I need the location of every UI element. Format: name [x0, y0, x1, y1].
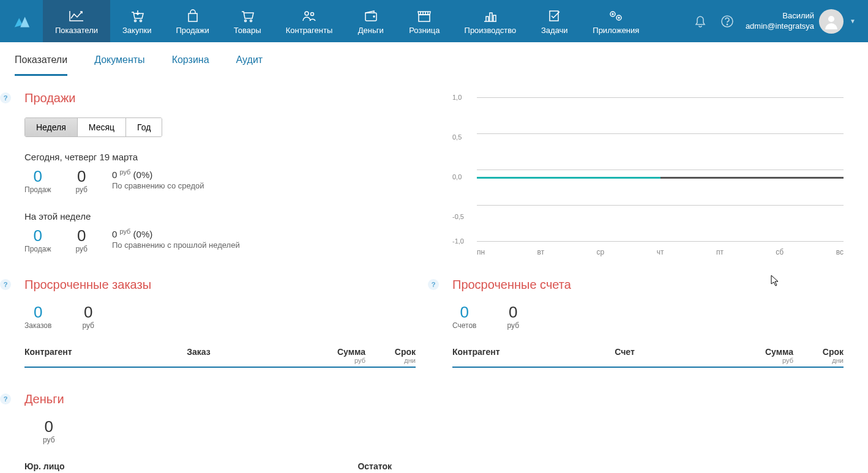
period-month[interactable]: Месяц [78, 118, 126, 136]
help-button[interactable] [714, 15, 741, 28]
subtab-trash[interactable]: Корзина [172, 54, 209, 76]
subtab-indicators[interactable]: Показатели [15, 54, 67, 76]
wallet-icon [364, 7, 378, 24]
chart-line [477, 177, 844, 178]
period-week[interactable]: Неделя [25, 118, 78, 136]
subtab-documents[interactable]: Документы [94, 54, 144, 76]
svg-point-3 [250, 20, 252, 22]
nav-production[interactable]: Производство [452, 0, 529, 42]
store-icon [417, 7, 432, 24]
checkbox-icon [548, 7, 561, 24]
week-count: 0 [24, 228, 51, 244]
subtabs: Показатели Документы Корзина Аудит [0, 42, 868, 76]
sales-section: ? Продажи Неделя Месяц Год Сегодня, четв… [24, 91, 416, 253]
svg-point-13 [828, 16, 834, 22]
nav-apps[interactable]: Приложения [580, 0, 651, 42]
chevron-down-icon: ▼ [850, 18, 856, 24]
nav-retail[interactable]: Розница [397, 0, 452, 42]
svg-point-5 [310, 13, 313, 16]
svg-point-7 [610, 12, 615, 17]
question-icon [720, 15, 734, 28]
bag-icon [186, 7, 200, 24]
bar-chart-icon [483, 7, 498, 24]
svg-point-12 [727, 24, 727, 24]
person-icon [822, 12, 840, 31]
help-sales[interactable]: ? [0, 92, 11, 103]
svg-point-1 [140, 20, 141, 22]
gears-icon [608, 7, 624, 24]
cart-icon [240, 7, 255, 24]
help-money[interactable]: ? [0, 393, 11, 404]
user-name: Василий [746, 11, 814, 21]
money-table-header: Юр. лицо Остаток [24, 461, 392, 473]
chart-line-icon [69, 7, 84, 24]
svg-point-9 [616, 15, 621, 20]
svg-point-8 [612, 13, 613, 15]
help-overdue-orders[interactable]: ? [0, 279, 11, 290]
svg-point-10 [618, 17, 619, 18]
today-count: 0 [24, 168, 51, 184]
users-icon [301, 7, 317, 24]
orders-table-header: Контрагент Заказ Суммаруб Срокдни [24, 347, 416, 368]
money-section: ? Деньги 0 руб Юр. лицо Остаток [24, 392, 416, 473]
user-menu[interactable]: Василий admin@integratsya ▼ [741, 9, 861, 34]
sales-chart: 1,0 0,5 0,0 -0,5 -1,0 пн в [452, 97, 844, 256]
overdue-invoices-section: ? Просроченные счета 0 Счетов 0 руб Конт… [452, 278, 844, 368]
nav-sales[interactable]: Продажи [163, 0, 221, 42]
nav-purchases[interactable]: Закупки [110, 0, 163, 42]
today-sum: 0 [75, 168, 88, 184]
user-email: admin@integratsya [746, 21, 814, 32]
bell-icon [694, 15, 707, 28]
today-label: Сегодня, четверг 19 марта [24, 152, 416, 162]
week-label: На этой неделе [24, 211, 416, 222]
avatar [819, 9, 844, 34]
period-year[interactable]: Год [126, 118, 162, 136]
nav-money[interactable]: Деньги [345, 0, 397, 42]
nav-indicators[interactable]: Показатели [43, 0, 110, 42]
cart-in-icon [130, 7, 144, 24]
nav-tasks[interactable]: Задачи [528, 0, 580, 42]
subtab-audit[interactable]: Аудит [236, 54, 263, 76]
svg-point-2 [245, 20, 247, 22]
overdue-orders-section: ? Просроченные заказы 0 Заказов 0 руб Ко… [24, 278, 416, 368]
top-nav: Показатели Закупки Продажи Товары Контра… [0, 0, 868, 42]
nav-counterparties[interactable]: Контрагенты [274, 0, 345, 42]
svg-point-0 [134, 20, 136, 22]
sales-title: Продажи [24, 91, 416, 105]
invoices-table-header: Контрагент Счет Суммаруб Срокдни [452, 347, 844, 368]
app-logo[interactable] [0, 0, 43, 42]
nav-goods[interactable]: Товары [222, 0, 274, 42]
svg-point-6 [373, 16, 375, 17]
period-selector: Неделя Месяц Год [24, 117, 162, 137]
help-overdue-invoices[interactable]: ? [428, 279, 439, 290]
notifications-button[interactable] [687, 15, 714, 28]
svg-point-4 [305, 12, 309, 15]
week-sum: 0 [75, 228, 88, 244]
